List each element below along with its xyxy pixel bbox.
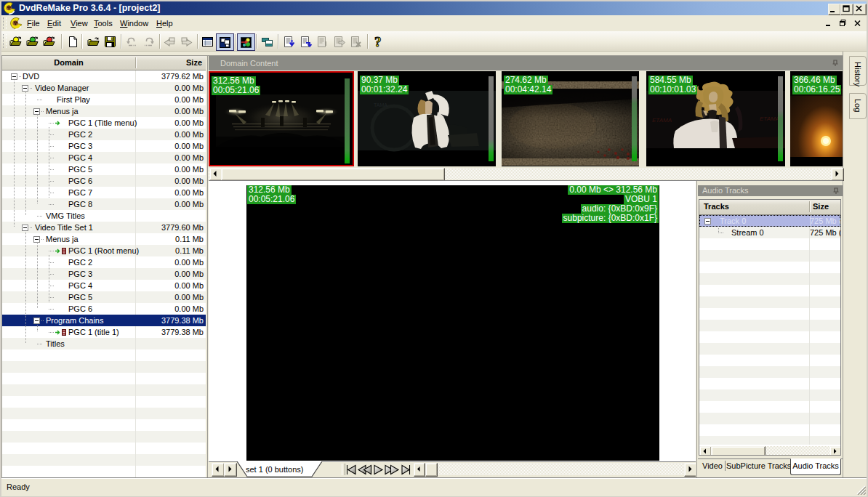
svg-text:ETAMA: ETAMA bbox=[760, 116, 779, 122]
svg-text:ETAMA: ETAMA bbox=[652, 117, 672, 124]
svg-text:TAMA: TAMA bbox=[374, 102, 387, 108]
svg-text:?: ? bbox=[374, 36, 382, 48]
